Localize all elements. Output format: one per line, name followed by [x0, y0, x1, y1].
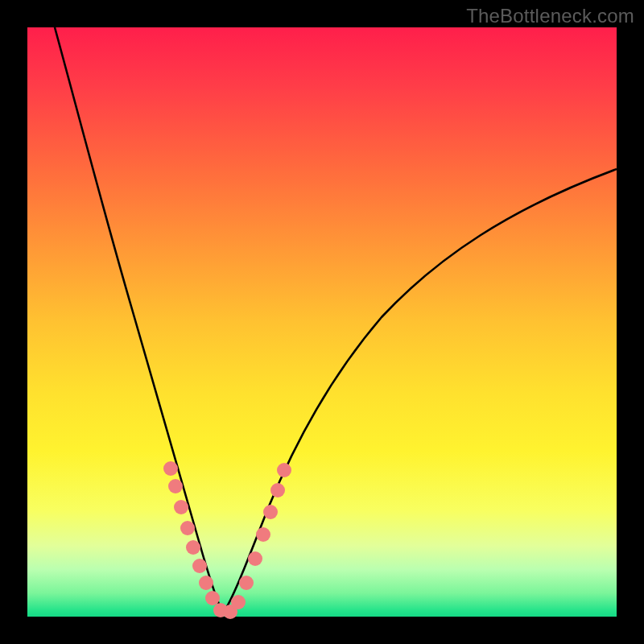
watermark-text: TheBottleneck.com: [466, 5, 634, 27]
svg-point-15: [270, 483, 285, 497]
svg-point-14: [263, 505, 278, 519]
svg-point-1: [168, 479, 183, 493]
svg-point-10: [231, 595, 246, 609]
svg-point-7: [205, 591, 220, 605]
svg-point-16: [277, 463, 291, 477]
svg-point-3: [180, 521, 195, 535]
curve-left: [55, 27, 223, 613]
plot-area: [27, 27, 617, 617]
svg-point-4: [186, 540, 200, 555]
curve-right: [223, 169, 617, 613]
svg-point-6: [199, 576, 213, 590]
chart-frame: TheBottleneck.com: [0, 0, 644, 644]
svg-point-5: [192, 559, 207, 573]
svg-point-2: [174, 500, 188, 514]
annotation-dots: [163, 461, 291, 619]
svg-point-11: [239, 576, 254, 590]
svg-point-13: [256, 527, 270, 542]
chart-svg: [27, 27, 617, 617]
svg-point-0: [163, 461, 178, 476]
svg-point-12: [248, 551, 262, 566]
